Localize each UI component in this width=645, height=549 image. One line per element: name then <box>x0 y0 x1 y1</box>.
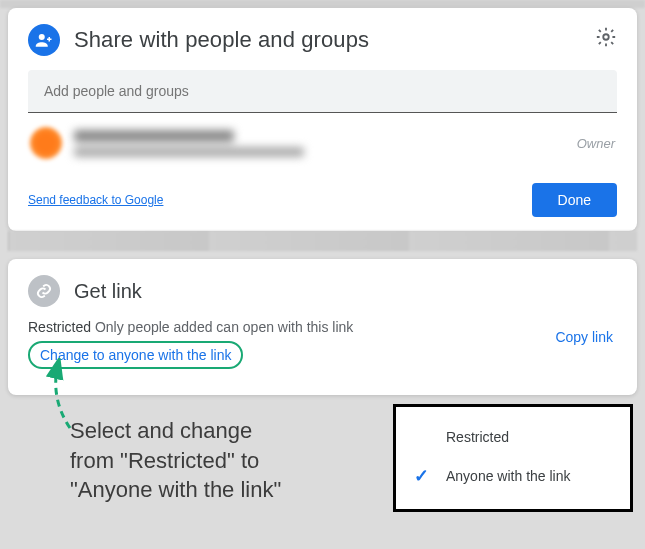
link-status-desc: Only people added can open with this lin… <box>91 319 353 335</box>
svg-point-1 <box>603 34 609 40</box>
done-button[interactable]: Done <box>532 183 617 217</box>
link-status: Restricted Only people added can open wi… <box>28 319 617 335</box>
get-link-header: Get link <box>28 275 617 307</box>
get-link-card: Get link Restricted Only people added ca… <box>8 259 637 395</box>
annotation-line: Select and change <box>70 416 281 446</box>
link-status-bold: Restricted <box>28 319 91 335</box>
role-label: Owner <box>577 136 615 151</box>
annotation-line: from "Restricted" to <box>70 446 281 476</box>
dropdown-option-restricted[interactable]: Restricted <box>396 419 630 455</box>
person-details <box>74 130 304 157</box>
avatar <box>30 127 62 159</box>
svg-point-0 <box>39 34 45 40</box>
annotation-text: Select and change from "Restricted" to "… <box>70 416 281 505</box>
share-footer: Send feedback to Google Done <box>28 183 617 217</box>
change-access-link[interactable]: Change to anyone with the link <box>28 341 243 369</box>
check-icon: ✓ <box>414 465 432 487</box>
dropdown-option-anyone[interactable]: ✓ Anyone with the link <box>396 455 630 497</box>
dropdown-label: Restricted <box>446 429 509 445</box>
share-header: Share with people and groups <box>28 24 617 56</box>
access-dropdown: Restricted ✓ Anyone with the link <box>393 404 633 512</box>
person-row: Owner <box>28 113 617 159</box>
person-add-icon <box>28 24 60 56</box>
dropdown-label: Anyone with the link <box>446 468 571 484</box>
add-people-field[interactable] <box>28 70 617 113</box>
copy-link-button[interactable]: Copy link <box>555 329 613 345</box>
background-blur <box>0 0 645 8</box>
share-title: Share with people and groups <box>74 27 369 53</box>
share-card: Share with people and groups Owner Send … <box>8 8 637 231</box>
annotation-line: "Anyone with the link" <box>70 475 281 505</box>
get-link-title: Get link <box>74 280 142 303</box>
feedback-link[interactable]: Send feedback to Google <box>28 193 163 207</box>
link-icon <box>28 275 60 307</box>
add-people-input[interactable] <box>42 82 603 100</box>
gear-icon[interactable] <box>595 26 617 48</box>
background-gap <box>8 231 637 251</box>
